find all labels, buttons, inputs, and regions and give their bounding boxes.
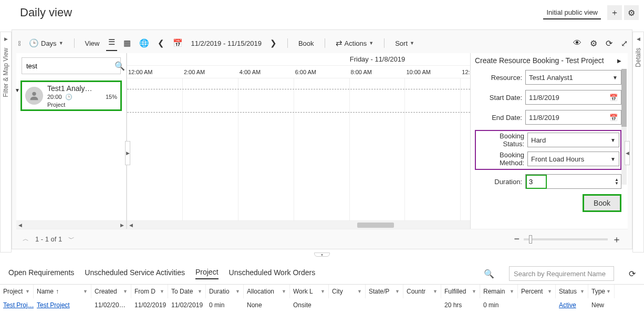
search-icon[interactable]: 🔍 [115,61,125,71]
days-dropdown[interactable]: 🕒 Days ▼ [27,36,66,50]
book-button[interactable]: Book [296,37,316,49]
requirements-table: Project▼ Name↑▼ Created▼ From D▼ To Date… [0,284,644,312]
page-up-button[interactable]: ︿ [23,235,29,244]
settings-button[interactable]: ⚙ [624,5,639,20]
resource-select[interactable]: Test1 Analyst1▼ [525,70,621,85]
book-submit-button[interactable]: Book [584,196,620,210]
expand-collapse-icon[interactable] [18,41,20,46]
search-icon[interactable]: 🔍 [484,269,494,279]
search-input[interactable] [26,62,115,70]
calendar-icon[interactable]: 📅 [609,114,618,122]
requirements-tabs: Open Requirements Unscheduled Service Ac… [0,261,644,284]
panel-collapse-button[interactable]: ▶ [617,58,621,64]
booking-method-select[interactable]: Front Load Hours▼ [527,152,619,166]
resource-search[interactable]: 🔍 [22,57,121,74]
resources-scrollbar[interactable]: ◀▶ [16,220,126,229]
map-view-icon[interactable]: 🌐 [137,36,151,50]
chevron-down-icon[interactable]: ▼ [15,87,20,93]
splitter-handle[interactable]: ▼ [0,253,644,258]
board-area: 🔍 ▼ Test1 Analy… 20:00 🕒 15% Project [16,53,628,229]
svg-point-0 [32,92,36,96]
visibility-icon[interactable]: 👁 [573,38,581,48]
clock-icon: 🕒 [65,94,72,100]
filter-map-panel-collapsed[interactable]: ▶ Filter & Map View [0,32,12,253]
schedule-board: 🕒 Days ▼ View ☰ ▦ 🌐 ❮ 📅 11/2/2019 - 11/1… [12,29,632,249]
pager-text: 1 - 1 of 1 [35,235,62,243]
add-view-button[interactable]: ＋ [607,5,622,20]
sort-dropdown[interactable]: Sort ▼ [393,37,417,49]
pager-bar: ︿ 1 - 1 of 1 ﹀ − ＋ [16,229,628,249]
requirement-search-input[interactable]: Search by Requirement Name [509,266,614,281]
zoom-out-button[interactable]: − [514,234,520,245]
panel-title: Create Resource Booking - Test Project [475,56,617,65]
grid-view-icon[interactable]: ▦ [121,36,133,50]
tab-unscheduled-work-orders[interactable]: Unscheduled Work Orders [229,268,316,279]
date-range[interactable]: 11/2/2019 - 11/15/2019 [189,37,264,49]
tab-unscheduled-service[interactable]: Unscheduled Service Activities [85,268,185,279]
resources-column: 🔍 ▼ Test1 Analy… 20:00 🕒 15% Project [16,53,127,229]
fullscreen-icon[interactable]: ⤢ [621,38,628,48]
resource-name: Test1 Analy… [47,84,117,93]
panel-scrollbar[interactable] [621,69,627,185]
prev-range-button[interactable]: ❮ [155,36,167,50]
calendar-icon[interactable]: 📅 [171,36,185,50]
expand-left-handle[interactable]: ▶ [125,141,130,165]
view-label: View [83,37,102,49]
booking-status-select[interactable]: Hard▼ [527,133,619,147]
resource-card[interactable]: ▼ Test1 Analy… 20:00 🕒 15% Project [20,80,122,111]
expand-right-handle[interactable]: ◀ [625,141,630,165]
book-button-highlight: Book [583,194,621,212]
create-booking-panel: Create Resource Booking - Test Project ▶… [470,53,628,229]
zoom-slider[interactable] [524,238,608,240]
highlighted-booking-group: Booking Status: Hard▼ Booking Method: Fr… [475,130,621,170]
swap-icon: ⇄ [336,38,342,48]
zoom-in-button[interactable]: ＋ [612,233,621,246]
start-date-input[interactable]: 11/8/2019📅 [525,90,621,105]
refresh-icon[interactable]: ⟳ [606,38,612,48]
calendar-icon[interactable]: 📅 [609,94,618,102]
clock-icon: 🕒 [29,38,39,48]
page-header: Daily view Initial public view ＋ ⚙ [0,0,644,25]
actions-dropdown[interactable]: ⇄ Actions ▼ [334,36,376,50]
table-row[interactable]: Test Proj… Test Project 11/02/20… 11/02/… [0,298,644,312]
board-toolbar: 🕒 Days ▼ View ☰ ▦ 🌐 ❮ 📅 11/2/2019 - 11/1… [16,33,628,53]
avatar [25,87,43,105]
tab-project[interactable]: Project [195,268,219,279]
gear-icon[interactable]: ⚙ [590,38,597,48]
table-header: Project▼ Name↑▼ Created▼ From D▼ To Date… [0,285,644,298]
duration-stepper[interactable]: ▲▼ [525,174,621,189]
page-title: Daily view [20,6,543,19]
details-panel-collapsed[interactable]: ◀ Details [632,32,644,253]
page-down-button[interactable]: ﹀ [68,235,75,244]
view-selector[interactable]: Initial public view [543,6,601,19]
next-range-button[interactable]: ❯ [268,36,279,50]
filter-map-label: Filter & Map View [2,48,9,97]
end-date-input[interactable]: 11/8/2019📅 [525,110,621,125]
details-label: Details [635,48,642,67]
list-view-icon[interactable]: ☰ [106,35,117,51]
tab-open-requirements[interactable]: Open Requirements [8,268,74,279]
refresh-icon[interactable]: ⟳ [629,269,636,279]
